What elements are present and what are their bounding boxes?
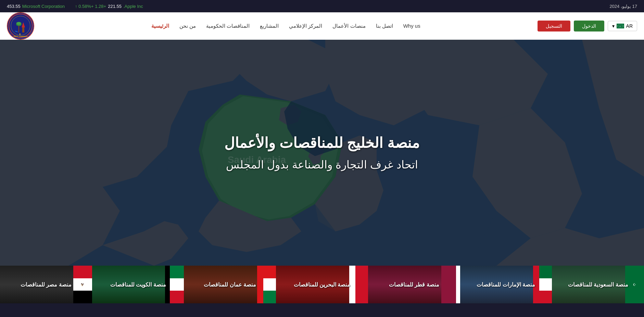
nav-link-about[interactable]: من نحن (179, 23, 196, 29)
nav-item-home[interactable]: الرئيسية (151, 23, 169, 29)
nav-link-media[interactable]: المركز الإعلامي (289, 23, 322, 29)
chevron-down-icon: ▾ (612, 23, 615, 29)
nav-item-projects[interactable]: المشاريع (260, 23, 279, 29)
hero-section: Saudi Arabia منصة الخليج للمناقصات والأع… (0, 40, 644, 266)
svg-rect-9 (22, 27, 24, 33)
kw-info: منصة الكويت للمناقصات (107, 281, 169, 288)
nav-menu: Why us اتصل بنا منصات الأعمال المركز الإ… (151, 23, 420, 29)
country-inner-eg: 🦅 منصة مصر للمناقصات (0, 266, 92, 303)
country-card-uae[interactable]: منصة الإمارات للمناقصات (460, 266, 552, 303)
stocks-ticker: Apple Inc. 221.55 +1.28 +0.58% ↑ Microso… (7, 4, 143, 9)
logo-svg: ★ FGCC Chambers (9, 14, 33, 38)
country-card-qa[interactable]: منصة قطر للمناقصات (368, 266, 460, 303)
lang-label: AR (626, 23, 633, 29)
register-button[interactable]: التسجيل (538, 21, 570, 31)
ticker-bar: 17 يوليو، 2024 Apple Inc. 221.55 +1.28 +… (0, 0, 644, 12)
nav-link-business[interactable]: منصات الأعمال (332, 23, 365, 29)
country-inner-sa: ☪ منصة السعودية للمناقصات (552, 266, 644, 303)
qa-info: منصة قطر للمناقصات (386, 281, 443, 288)
msft-name: Microsoft Corporation (22, 4, 65, 9)
logo-container: ★ FGCC Chambers (7, 12, 34, 40)
nav-item-contact[interactable]: اتصل بنا (376, 23, 393, 29)
kw-label: منصة الكويت للمناقصات (110, 281, 166, 288)
om-label: منصة عمان للمناقصات (204, 281, 256, 288)
flag-icon: ☪ (617, 24, 624, 28)
country-card-sa[interactable]: ☪ منصة السعودية للمناقصات (552, 266, 644, 303)
hero-title: منصة الخليج للمناقصات والأعمال (224, 135, 420, 151)
uae-info: منصة الإمارات للمناقصات (473, 281, 539, 288)
logo-inner: ★ FGCC Chambers (9, 14, 33, 39)
om-info: منصة عمان للمناقصات (200, 281, 260, 288)
eg-info: منصة مصر للمناقصات (17, 281, 75, 288)
navbar-left: AR ☪ ▾ الدخول التسجيل (538, 21, 637, 31)
nav-item-why-us[interactable]: Why us (403, 23, 420, 29)
hero-content: منصة الخليج للمناقصات والأعمال اتحاد غرف… (224, 135, 420, 171)
country-inner-om: منصة عمان للمناقصات (184, 266, 276, 303)
uae-label: منصة الإمارات للمناقصات (477, 281, 535, 288)
nav-link-home[interactable]: الرئيسية (151, 23, 169, 29)
hero-subtitle: اتحاد غرف التجارة والصناعة بدول المجلس (224, 158, 420, 171)
bh-label: منصة البحرين للمناقصات (294, 281, 351, 288)
country-inner-bh: منصة البحرين للمناقصات (276, 266, 368, 303)
svg-text:FGCC Chambers: FGCC Chambers (14, 35, 27, 37)
nav-link-contact[interactable]: اتصل بنا (376, 23, 393, 29)
sa-label: منصة السعودية للمناقصات (568, 281, 628, 288)
nav-link-gov-tenders[interactable]: المناقصات الحكومية (206, 23, 250, 29)
nav-link-why-us[interactable]: Why us (403, 23, 420, 29)
logo: ★ FGCC Chambers (7, 12, 34, 40)
eg-flag: 🦅 (73, 266, 92, 303)
login-button[interactable]: الدخول (574, 21, 604, 31)
countries-row: ☪ منصة السعودية للمناقصات منصة الإمارات … (0, 266, 644, 303)
stock-microsoft: Microsoft Corporation 453.55 (7, 4, 65, 9)
language-selector[interactable]: AR ☪ ▾ (608, 21, 637, 31)
om-flag (257, 266, 276, 303)
country-card-bh[interactable]: منصة البحرين للمناقصات (276, 266, 368, 303)
qa-label: منصة قطر للمناقصات (389, 281, 439, 288)
country-inner-qa: منصة قطر للمناقصات (368, 266, 460, 303)
eg-label: منصة مصر للمناقصات (21, 281, 72, 288)
navbar: AR ☪ ▾ الدخول التسجيل Why us اتصل بنا من… (0, 12, 644, 40)
svg-text:★: ★ (19, 33, 21, 35)
sa-info: منصة السعودية للمناقصات (565, 281, 632, 288)
nav-item-business[interactable]: منصات الأعمال (332, 23, 365, 29)
svg-text:☪: ☪ (620, 26, 621, 27)
nav-item-about[interactable]: من نحن (179, 23, 196, 29)
msft-value: 453.55 (7, 4, 21, 9)
country-card-kw[interactable]: منصة الكويت للمناقصات (92, 266, 184, 303)
date-display: 17 يوليو، 2024 (609, 4, 637, 9)
nav-item-gov-tenders[interactable]: المناقصات الحكومية (206, 23, 250, 29)
bh-info: منصة البحرين للمناقصات (290, 281, 354, 288)
country-card-om[interactable]: منصة عمان للمناقصات (184, 266, 276, 303)
stock-apple: Apple Inc. 221.55 +1.28 +0.58% ↑ (75, 4, 143, 9)
country-inner-uae: منصة الإمارات للمناقصات (460, 266, 552, 303)
country-inner-kw: منصة الكويت للمناقصات (92, 266, 184, 303)
nav-link-projects[interactable]: المشاريع (260, 23, 279, 29)
apple-name: Apple Inc. (123, 4, 143, 9)
qa-flag (441, 266, 460, 303)
svg-point-8 (17, 22, 21, 25)
apple-change: +1.28 +0.58% ↑ (75, 4, 106, 9)
country-card-eg[interactable]: 🦅 منصة مصر للمناقصات (0, 266, 92, 303)
nav-item-media[interactable]: المركز الإعلامي (289, 23, 322, 29)
apple-value: 221.55 (108, 4, 122, 9)
